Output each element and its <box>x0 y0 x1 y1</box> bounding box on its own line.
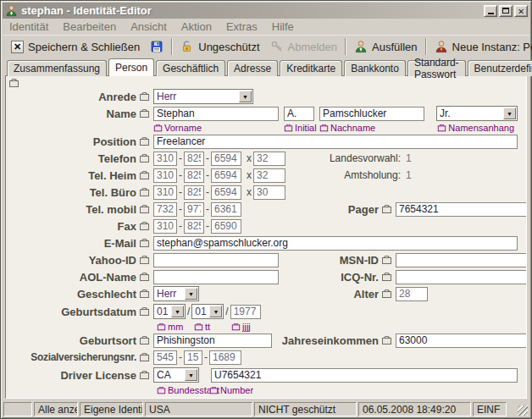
lock-icon[interactable] <box>140 371 149 379</box>
fill-button[interactable]: Ausfüllen <box>349 37 422 56</box>
aol-input[interactable] <box>153 270 279 284</box>
tab-kreditkarte[interactable]: Kreditkarte <box>280 60 342 76</box>
ssn-seg3-input[interactable] <box>209 350 241 365</box>
menu-aktion[interactable]: Aktion <box>181 20 212 33</box>
lock-icon[interactable] <box>140 289 149 298</box>
lock-icon[interactable] <box>232 323 240 330</box>
lock-icon[interactable] <box>140 154 149 163</box>
extension-prefix: x <box>247 152 252 164</box>
fax-area-input[interactable] <box>153 219 177 234</box>
logoff-button[interactable]: Abmelden <box>265 37 343 56</box>
sublabel-vorname: Vorname <box>164 123 202 133</box>
lock-icon[interactable] <box>140 273 149 281</box>
tel-buero-prefix-input[interactable] <box>184 185 204 200</box>
geburtsdatum-month-select[interactable]: 01 ▼ <box>153 304 186 319</box>
minimize-button[interactable] <box>484 5 497 17</box>
tel-buero-area-input[interactable] <box>153 185 177 200</box>
menu-identitaet[interactable]: Identität <box>9 20 48 33</box>
lock-icon[interactable] <box>140 205 149 213</box>
close-button[interactable]: ✕ <box>514 5 528 17</box>
lock-icon[interactable] <box>382 273 391 281</box>
save-close-button[interactable]: ✕ Speichern & Schließen <box>6 38 145 56</box>
tab-zusammenfassung[interactable]: Zusammenfassung <box>7 60 107 76</box>
geschlecht-select[interactable]: Herr ▼ <box>153 286 199 301</box>
tab-geschaeftlich[interactable]: Geschäftlich <box>156 60 225 76</box>
lock-icon[interactable] <box>195 323 202 330</box>
tel-mobil-area-input[interactable] <box>153 202 177 217</box>
lock-icon[interactable] <box>210 386 218 394</box>
tel-mobil-prefix-input[interactable] <box>184 202 204 217</box>
lock-icon[interactable] <box>140 222 149 230</box>
save-button[interactable] <box>145 37 169 56</box>
geburtsdatum-year-input[interactable] <box>230 305 261 319</box>
email-input[interactable] <box>153 236 518 251</box>
tab-bankkonto[interactable]: Bankkonto <box>344 60 406 76</box>
lock-icon[interactable] <box>382 289 391 298</box>
lock-icon[interactable] <box>140 239 149 247</box>
lock-icon[interactable] <box>140 109 149 118</box>
lock-icon[interactable] <box>140 188 149 196</box>
suffix-select[interactable]: Jr. ▼ <box>436 106 518 121</box>
alter-input[interactable] <box>396 287 428 301</box>
menu-extras[interactable]: Extras <box>226 20 258 33</box>
geburtsdatum-day-select[interactable]: 01 ▼ <box>191 304 224 319</box>
lock-icon[interactable] <box>154 124 162 131</box>
fax-prefix-input[interactable] <box>184 219 204 234</box>
lock-icon[interactable] <box>140 307 149 316</box>
last-name-input[interactable] <box>319 107 424 121</box>
tel-heim-prefix-input[interactable] <box>184 168 204 183</box>
yahoo-input[interactable] <box>153 253 279 267</box>
anrede-select[interactable]: Herr ▼ <box>153 89 253 104</box>
tel-buero-line-input[interactable] <box>211 185 241 200</box>
lock-icon[interactable] <box>9 79 19 87</box>
fax-line-input[interactable] <box>211 219 241 234</box>
telefon-prefix-input[interactable] <box>184 152 204 166</box>
lock-icon[interactable] <box>158 323 165 330</box>
first-name-input[interactable] <box>153 107 279 121</box>
title-bar: stephan - Identität-Editor ✕ <box>3 3 529 19</box>
tab-person[interactable]: Person <box>108 58 154 76</box>
position-input[interactable] <box>153 135 518 149</box>
telefon-line-input[interactable] <box>211 152 241 166</box>
lock-icon[interactable] <box>140 92 149 101</box>
tel-mobil-line-input[interactable] <box>211 202 241 217</box>
menu-bearbeiten[interactable]: Bearbeiten <box>63 20 116 33</box>
lock-icon[interactable] <box>382 336 391 345</box>
menu-ansicht[interactable]: Ansicht <box>130 20 167 33</box>
geburtsort-input[interactable] <box>153 334 272 348</box>
driver-number-input[interactable] <box>211 368 518 383</box>
tab-benutzerdefiniert[interactable]: Benutzerdefiniert <box>468 60 532 76</box>
tel-buero-ext-input[interactable] <box>253 185 285 200</box>
lock-icon[interactable] <box>382 205 391 213</box>
lock-icon[interactable] <box>140 137 149 146</box>
tab-standard-passwort[interactable]: Standard-Passwort <box>407 60 466 76</box>
lock-icon[interactable] <box>158 386 165 394</box>
driver-state-select[interactable]: CA ▼ <box>153 367 199 383</box>
tel-heim-area-input[interactable] <box>153 168 177 183</box>
position-label: Position <box>8 135 136 148</box>
menu-hilfe[interactable]: Hilfe <box>272 20 294 33</box>
new-instance-button[interactable]: Neue Instanz: Person <box>429 37 532 56</box>
jahreseinkommen-input[interactable] <box>396 334 527 348</box>
lock-icon[interactable] <box>320 124 328 131</box>
msn-input[interactable] <box>396 253 527 267</box>
lock-icon[interactable] <box>140 171 149 179</box>
pager-input[interactable] <box>396 202 527 217</box>
resize-grip[interactable] <box>508 402 529 416</box>
tab-adresse[interactable]: Adresse <box>227 60 278 76</box>
ssn-seg2-input[interactable] <box>184 350 202 365</box>
lock-icon[interactable] <box>382 256 391 264</box>
lock-icon[interactable] <box>140 256 149 264</box>
lock-icon[interactable] <box>438 124 446 131</box>
lock-icon[interactable] <box>285 124 292 131</box>
extension-prefix: x <box>247 169 252 181</box>
maximize-button[interactable] <box>499 5 513 17</box>
initial-input[interactable] <box>284 107 314 121</box>
lock-icon[interactable] <box>140 353 149 361</box>
unprotected-button[interactable]: Ungeschützt <box>175 37 264 56</box>
lock-icon[interactable] <box>140 336 149 345</box>
telefon-area-input[interactable] <box>153 152 177 166</box>
icq-input[interactable] <box>396 270 527 284</box>
tel-heim-line-input[interactable] <box>211 168 241 183</box>
ssn-seg1-input[interactable] <box>153 350 177 365</box>
